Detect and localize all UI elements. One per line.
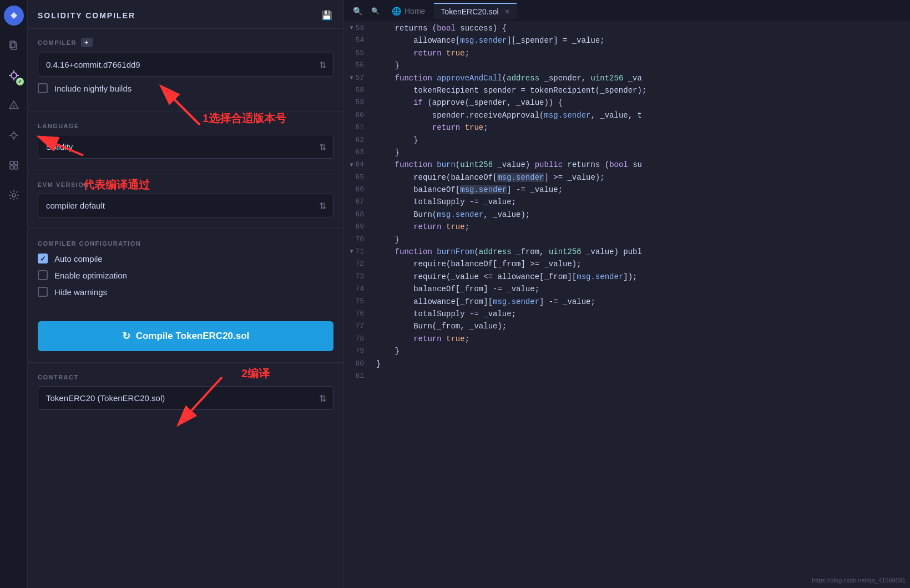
- line-number: 78: [344, 333, 372, 345]
- line-content: tokenRecipient spender = tokenRecipient(…: [372, 84, 910, 97]
- line-content: Burn(_from, _value);: [372, 320, 910, 332]
- tab-home-label: Home: [405, 7, 425, 16]
- svg-point-3: [11, 73, 17, 78]
- line-content: return true;: [372, 221, 910, 233]
- debug-icon[interactable]: [4, 125, 24, 145]
- deploy-icon[interactable]: [4, 95, 24, 115]
- line-number: 63: [344, 146, 372, 159]
- compile-button[interactable]: ↻ Compile TokenERC20.sol: [38, 321, 333, 351]
- line-number: 58: [344, 84, 372, 97]
- evm-section: EVM VERSION compiler default ⇅: [28, 173, 343, 226]
- line-number: 56: [344, 59, 372, 72]
- line-content: }: [372, 358, 910, 370]
- code-line: 59 if (approve(_spender, _value)) {: [344, 97, 910, 109]
- language-select[interactable]: Solidity: [38, 135, 333, 158]
- panel-title: SOLIDITY COMPILER 💾: [28, 0, 343, 29]
- contract-select[interactable]: TokenERC20 (TokenERC20.sol): [38, 387, 333, 409]
- code-line: 72 require(balanceOf[_from] >= _value);: [344, 258, 910, 270]
- line-number: 69: [344, 221, 372, 233]
- auto-compile-checkbox[interactable]: [38, 254, 48, 263]
- line-number: 74: [344, 283, 372, 295]
- line-content: return true;: [372, 333, 910, 345]
- line-content: spender.receiveApproval(msg.sender, _val…: [372, 109, 910, 121]
- compiler-add-icon[interactable]: +: [81, 38, 93, 47]
- line-content: allowance[msg.sender][_spender] = _value…: [372, 34, 910, 47]
- code-line: 60 spender.receiveApproval(msg.sender, _…: [344, 109, 910, 121]
- watermark: https://blog.csdn.net/qq_41569591: [812, 577, 906, 584]
- line-number: 60: [344, 109, 372, 121]
- include-nightly-label: Include nightly builds: [54, 84, 132, 93]
- line-number: ▼64: [344, 159, 372, 171]
- enable-optimization-row[interactable]: Enable optimization: [38, 270, 333, 280]
- line-content: }: [372, 345, 910, 357]
- line-content: require(balanceOf[msg.sender] >= _value)…: [372, 171, 910, 184]
- line-content: balanceOf[msg.sender] -= _value;: [372, 184, 910, 196]
- line-number: ▼71: [344, 246, 372, 258]
- svg-point-14: [12, 194, 16, 197]
- code-line: 73 require(_value <= allowance[_from][ms…: [344, 271, 910, 283]
- compile-button-label: Compile TokenERC20.sol: [136, 331, 250, 342]
- line-number: ▼57: [344, 72, 372, 84]
- compiler-version-select-wrapper: 0.4.16+commit.d7661dd9 ⇅: [38, 53, 333, 77]
- zoom-out-icon[interactable]: 🔍: [350, 3, 365, 19]
- code-panel: 🔍 🔍 🌐 Home TokenERC20.sol ✕ ▼53 returns …: [344, 0, 910, 588]
- plugin-icon[interactable]: [4, 155, 24, 175]
- hide-warnings-checkbox[interactable]: [38, 287, 48, 297]
- compiler-label: COMPILER +: [38, 38, 333, 47]
- evm-select-wrapper: compiler default ⇅: [38, 194, 333, 217]
- code-line: 68 Burn(msg.sender, _value);: [344, 209, 910, 221]
- include-nightly-checkbox[interactable]: [38, 83, 48, 93]
- line-number: 77: [344, 320, 372, 332]
- enable-optimization-label: Enable optimization: [54, 271, 127, 280]
- code-line: 66 balanceOf[msg.sender] -= _value;: [344, 184, 910, 196]
- icon-sidebar: ✓: [0, 0, 28, 588]
- code-line: ▼64 function burn(uint256 _value) public…: [344, 159, 910, 171]
- line-number: 65: [344, 171, 372, 184]
- hide-warnings-row[interactable]: Hide warnings: [38, 287, 333, 297]
- compiler-icon[interactable]: ✓: [4, 65, 24, 85]
- divider-4: [28, 362, 343, 363]
- include-nightly-row[interactable]: Include nightly builds: [38, 83, 333, 93]
- divider-2: [28, 170, 343, 170]
- line-content: function burn(uint256 _value) public ret…: [372, 159, 910, 171]
- line-content: totalSupply -= _value;: [372, 196, 910, 208]
- auto-compile-row[interactable]: Auto compile: [38, 254, 333, 263]
- line-number: 73: [344, 271, 372, 283]
- code-editor[interactable]: ▼53 returns (bool success) {54 allowance…: [344, 22, 910, 588]
- compiler-version-select[interactable]: 0.4.16+commit.d7661dd9: [38, 53, 333, 76]
- line-number: 54: [344, 34, 372, 47]
- tab-file[interactable]: TokenERC20.sol ✕: [434, 3, 516, 19]
- line-content: balanceOf[_from] -= _value;: [372, 283, 910, 295]
- code-line: 81: [344, 370, 910, 382]
- language-label: LANGUAGE: [38, 123, 333, 129]
- contract-select-wrapper: TokenERC20 (TokenERC20.sol) ⇅: [38, 386, 333, 410]
- code-line: 78 return true;: [344, 333, 910, 345]
- divider-3: [28, 229, 343, 229]
- tab-home[interactable]: 🌐 Home: [385, 3, 432, 19]
- code-line: 58 tokenRecipient spender = tokenRecipie…: [344, 84, 910, 97]
- tab-file-label: TokenERC20.sol: [441, 7, 498, 16]
- evm-select[interactable]: compiler default: [38, 194, 333, 217]
- line-content: function approveAndCall(address _spender…: [372, 72, 910, 84]
- settings-icon[interactable]: [4, 185, 24, 205]
- brand-icon[interactable]: [4, 6, 24, 26]
- code-tabs: 🔍 🔍 🌐 Home TokenERC20.sol ✕: [344, 0, 910, 22]
- code-line: 54 allowance[msg.sender][_spender] = _va…: [344, 34, 910, 47]
- save-icon[interactable]: 💾: [321, 10, 333, 21]
- panel-title-text: SOLIDITY COMPILER: [38, 11, 135, 20]
- file-icon[interactable]: [4, 36, 24, 55]
- line-content: allowance[_from][msg.sender] -= _value;: [372, 296, 910, 308]
- compile-icon: ↻: [122, 330, 130, 342]
- line-content: }: [372, 134, 910, 146]
- code-line: 56 }: [344, 59, 910, 72]
- zoom-in-icon[interactable]: 🔍: [367, 3, 383, 19]
- line-content: }: [372, 59, 910, 72]
- compile-success-badge: ✓: [16, 78, 24, 85]
- enable-optimization-checkbox[interactable]: [38, 270, 48, 280]
- tab-close-icon[interactable]: ✕: [504, 8, 510, 16]
- line-content: function burnFrom(address _from, uint256…: [372, 246, 910, 258]
- auto-compile-label: Auto compile: [54, 254, 103, 263]
- svg-rect-2: [11, 43, 17, 49]
- config-section: COMPILER CONFIGURATION Auto compile Enab…: [28, 231, 343, 312]
- code-line: 74 balanceOf[_from] -= _value;: [344, 283, 910, 295]
